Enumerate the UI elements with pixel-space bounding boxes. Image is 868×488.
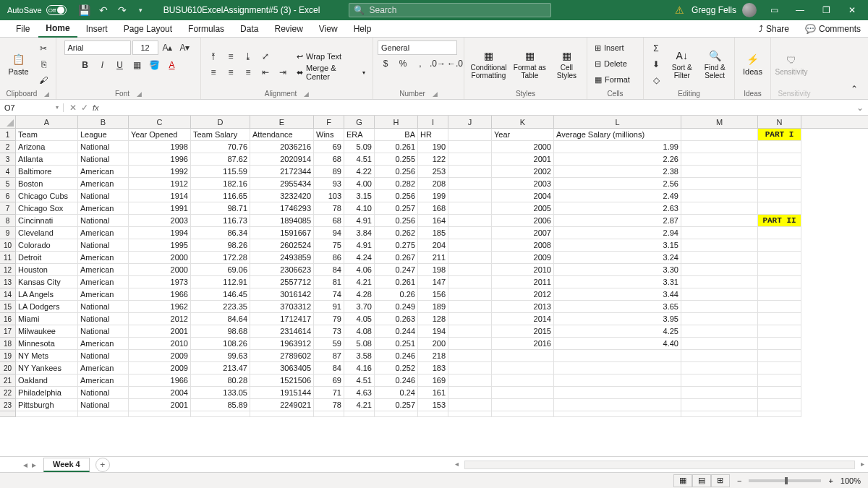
cell[interactable]: 59 bbox=[314, 338, 344, 350]
cell[interactable]: 0.246 bbox=[375, 350, 418, 362]
dialog-launcher-icon[interactable]: ◢ bbox=[304, 90, 309, 98]
worksheet-grid[interactable]: ABCDEFGHIJKLMN 1TeamLeagueYear OpenedTea… bbox=[0, 116, 868, 456]
cell[interactable]: 2314614 bbox=[250, 325, 314, 338]
row-header[interactable]: 8 bbox=[0, 215, 16, 227]
cell[interactable]: 2.63 bbox=[554, 202, 681, 215]
cell[interactable] bbox=[681, 313, 758, 325]
cell[interactable]: 2557712 bbox=[250, 276, 314, 288]
cell[interactable]: 0.247 bbox=[375, 264, 418, 276]
cell[interactable]: 198 bbox=[418, 264, 448, 276]
cell[interactable]: 4.28 bbox=[344, 288, 375, 301]
cell[interactable]: 2009 bbox=[129, 350, 191, 362]
cell[interactable] bbox=[681, 153, 758, 166]
cell[interactable]: 4.63 bbox=[344, 387, 375, 399]
cell[interactable]: 98.68 bbox=[191, 325, 250, 338]
cell[interactable] bbox=[492, 350, 554, 362]
cell[interactable]: 2001 bbox=[129, 325, 191, 338]
column-header[interactable]: I bbox=[418, 116, 448, 128]
cell[interactable]: 200 bbox=[418, 338, 448, 350]
cell[interactable]: 2009 bbox=[129, 362, 191, 374]
cell[interactable]: 0.249 bbox=[375, 301, 418, 313]
percent-icon[interactable]: % bbox=[395, 56, 411, 71]
cell[interactable]: 94 bbox=[314, 227, 344, 239]
column-header[interactable]: K bbox=[492, 116, 554, 128]
row-header[interactable]: 18 bbox=[0, 338, 16, 350]
cell[interactable]: 0.262 bbox=[375, 227, 418, 239]
cell[interactable] bbox=[448, 202, 492, 215]
cell[interactable] bbox=[681, 239, 758, 252]
cell[interactable] bbox=[758, 202, 801, 215]
cell[interactable] bbox=[681, 338, 758, 350]
cell[interactable]: 133.05 bbox=[191, 387, 250, 399]
row-header[interactable]: 1 bbox=[0, 129, 16, 141]
cell[interactable] bbox=[448, 374, 492, 387]
cell[interactable] bbox=[448, 190, 492, 202]
page-break-view-icon[interactable]: ⊞ bbox=[711, 474, 730, 487]
cell[interactable]: 2012 bbox=[129, 313, 191, 325]
cell[interactable]: 156 bbox=[418, 288, 448, 301]
close-icon[interactable]: ✕ bbox=[839, 0, 865, 20]
cell[interactable]: Miami bbox=[16, 313, 78, 325]
decrease-indent-icon[interactable]: ⇤ bbox=[258, 65, 273, 80]
cell[interactable]: Chicago Sox bbox=[16, 202, 78, 215]
cell[interactable]: 2000 bbox=[129, 252, 191, 264]
cell[interactable]: 89 bbox=[314, 166, 344, 178]
cell[interactable]: American bbox=[78, 276, 129, 288]
column-header[interactable]: L bbox=[554, 116, 681, 128]
cell[interactable]: 0.256 bbox=[375, 215, 418, 227]
cell[interactable]: NY Mets bbox=[16, 350, 78, 362]
cell[interactable] bbox=[448, 178, 492, 190]
cell[interactable]: 2000 bbox=[129, 264, 191, 276]
cell[interactable]: 182.16 bbox=[191, 178, 250, 190]
cell[interactable]: Chicago Cubs bbox=[16, 190, 78, 202]
page-layout-view-icon[interactable]: ▤ bbox=[692, 474, 711, 487]
row-header[interactable]: 7 bbox=[0, 202, 16, 215]
cell[interactable]: American bbox=[78, 374, 129, 387]
cell[interactable] bbox=[448, 227, 492, 239]
column-header[interactable]: H bbox=[375, 116, 418, 128]
orientation-icon[interactable]: ⤢ bbox=[258, 49, 273, 64]
cell[interactable]: 1991 bbox=[129, 202, 191, 215]
cell[interactable]: 3063405 bbox=[250, 362, 314, 374]
cell[interactable]: 85.89 bbox=[191, 399, 250, 411]
cell[interactable]: National bbox=[78, 301, 129, 313]
cell[interactable] bbox=[448, 288, 492, 301]
cell[interactable]: 2.56 bbox=[554, 178, 681, 190]
cell[interactable]: 161 bbox=[418, 387, 448, 399]
expand-formula-icon[interactable]: ⌄ bbox=[852, 103, 868, 113]
save-icon[interactable]: 💾 bbox=[78, 4, 91, 17]
row-header[interactable]: 21 bbox=[0, 374, 16, 387]
cell[interactable] bbox=[448, 264, 492, 276]
cell[interactable]: 2007 bbox=[492, 227, 554, 239]
cell[interactable]: Atlanta bbox=[16, 153, 78, 166]
cell[interactable]: 103 bbox=[314, 190, 344, 202]
cell[interactable]: 4.91 bbox=[344, 239, 375, 252]
cell[interactable]: 183 bbox=[418, 362, 448, 374]
cell[interactable]: 211 bbox=[418, 252, 448, 264]
cell[interactable] bbox=[448, 129, 492, 141]
dialog-launcher-icon[interactable]: ◢ bbox=[44, 90, 49, 98]
row-header[interactable]: 12 bbox=[0, 264, 16, 276]
cell[interactable]: 91 bbox=[314, 301, 344, 313]
cell[interactable]: League bbox=[78, 129, 129, 141]
cell[interactable]: 4.51 bbox=[344, 374, 375, 387]
cell[interactable] bbox=[681, 166, 758, 178]
cell[interactable] bbox=[448, 399, 492, 411]
account-area[interactable]: Gregg Fells bbox=[687, 3, 761, 17]
cell[interactable]: 5.08 bbox=[344, 338, 375, 350]
cell[interactable]: LA Dodgers bbox=[16, 301, 78, 313]
cell[interactable]: 2306623 bbox=[250, 264, 314, 276]
row-header[interactable]: 16 bbox=[0, 313, 16, 325]
italic-icon[interactable]: I bbox=[95, 58, 111, 72]
cell[interactable]: 1521506 bbox=[250, 374, 314, 387]
cell[interactable]: Detroit bbox=[16, 252, 78, 264]
cell[interactable] bbox=[758, 399, 801, 411]
cell[interactable] bbox=[448, 362, 492, 374]
next-sheet-icon[interactable]: ▸ bbox=[32, 460, 36, 470]
cell[interactable]: 84.64 bbox=[191, 313, 250, 325]
cell[interactable] bbox=[554, 374, 681, 387]
cell[interactable]: 108.26 bbox=[191, 338, 250, 350]
cell[interactable]: 2249021 bbox=[250, 399, 314, 411]
cell[interactable]: 168 bbox=[418, 202, 448, 215]
row-header[interactable]: 17 bbox=[0, 325, 16, 338]
